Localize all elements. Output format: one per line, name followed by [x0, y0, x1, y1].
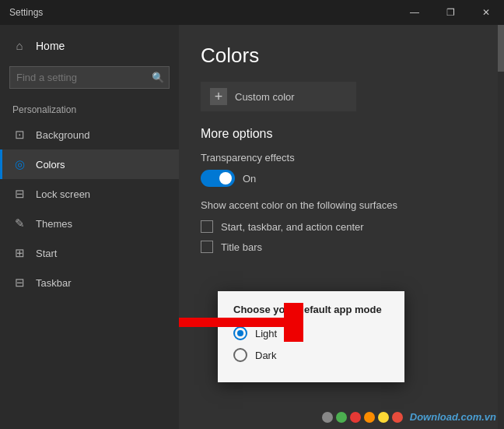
sidebar-item-label: Themes: [36, 218, 72, 230]
color-dots: [322, 412, 403, 423]
window-title: Settings: [9, 7, 43, 18]
custom-color-label: Custom color: [235, 91, 295, 103]
colors-icon: ◎: [12, 157, 26, 171]
surfaces-setting: Show accent color on the following surfa…: [201, 199, 482, 253]
radio-light[interactable]: Light: [233, 326, 389, 340]
sidebar-item-lockscreen[interactable]: ⊟ Lock screen: [0, 179, 179, 209]
color-dot-2: [336, 412, 347, 423]
home-icon: ⌂: [12, 39, 26, 52]
transparency-label: Transparency effects: [201, 152, 482, 164]
section-label: Personalization: [0, 95, 179, 120]
toggle-thumb: [219, 172, 232, 185]
radio-light-label: Light: [255, 328, 277, 339]
transparency-value: On: [243, 173, 256, 185]
page-title: Colors: [201, 44, 482, 68]
sidebar-item-themes[interactable]: ✎ Themes: [0, 209, 179, 238]
taskbar-checkbox[interactable]: [201, 220, 213, 233]
sidebar-item-label: Taskbar: [36, 277, 72, 289]
radio-dark-button[interactable]: [233, 348, 247, 362]
minimize-button[interactable]: —: [397, 0, 432, 25]
sidebar-item-label: Lock screen: [36, 188, 90, 200]
checkbox-row-taskbar: Start, taskbar, and action center: [201, 220, 482, 233]
transparency-setting: Transparency effects On: [201, 152, 482, 187]
window-controls: — ❐ ✕: [397, 0, 504, 25]
sidebar-item-taskbar[interactable]: ⊟ Taskbar: [0, 268, 179, 297]
settings-window: Settings — ❐ ✕ ⌂ Home 🔍 Personalization …: [0, 0, 504, 429]
close-button[interactable]: ✕: [468, 0, 504, 25]
main-layout: ⌂ Home 🔍 Personalization ⊡ Background ◎ …: [0, 25, 504, 429]
app-mode-popup: Choose your default app mode Light Dark: [218, 291, 404, 382]
sidebar-item-label: Start: [36, 248, 57, 259]
radio-light-indicator: [237, 330, 243, 336]
color-dot-4: [364, 412, 375, 423]
scrollbar[interactable]: [498, 25, 504, 429]
search-icon: 🔍: [152, 72, 164, 83]
search-box[interactable]: 🔍: [9, 66, 170, 89]
radio-dark[interactable]: Dark: [233, 348, 389, 362]
sidebar-item-home[interactable]: ⌂ Home: [0, 31, 179, 60]
titlebars-checkbox-label: Title bars: [221, 241, 262, 253]
color-dot-6: [392, 412, 403, 423]
sidebar-item-label: Background: [36, 129, 89, 141]
sidebar: ⌂ Home 🔍 Personalization ⊡ Background ◎ …: [0, 25, 179, 429]
content-area: Colors + Custom color More options Trans…: [179, 25, 504, 429]
watermark: Download.com.vn: [410, 411, 496, 423]
taskbar-checkbox-label: Start, taskbar, and action center: [221, 221, 364, 233]
themes-icon: ✎: [12, 216, 26, 230]
color-dot-1: [322, 412, 333, 423]
surfaces-label: Show accent color on the following surfa…: [201, 199, 482, 211]
start-icon: ⊞: [12, 246, 26, 260]
more-options-title: More options: [201, 127, 482, 141]
radio-light-button[interactable]: [233, 326, 247, 340]
sidebar-item-colors[interactable]: ◎ Colors: [0, 149, 179, 179]
home-label: Home: [36, 40, 65, 52]
taskbar-icon: ⊟: [12, 276, 26, 290]
radio-dark-label: Dark: [255, 350, 276, 361]
color-dot-5: [378, 412, 389, 423]
sidebar-item-start[interactable]: ⊞ Start: [0, 238, 179, 268]
background-icon: ⊡: [12, 128, 26, 142]
titlebars-checkbox[interactable]: [201, 241, 213, 253]
search-input[interactable]: [16, 72, 147, 83]
scrollbar-thumb[interactable]: [498, 25, 504, 72]
plus-icon: +: [210, 88, 227, 105]
checkbox-row-titlebars: Title bars: [201, 241, 482, 253]
custom-color-button[interactable]: + Custom color: [201, 82, 356, 111]
titlebar: Settings — ❐ ✕: [0, 0, 504, 25]
color-dot-3: [350, 412, 361, 423]
popup-title: Choose your default app mode: [233, 304, 389, 315]
lockscreen-icon: ⊟: [12, 187, 26, 201]
maximize-button[interactable]: ❐: [432, 0, 468, 25]
transparency-toggle[interactable]: [201, 170, 235, 187]
sidebar-item-label: Colors: [36, 159, 65, 171]
transparency-toggle-row: On: [201, 170, 482, 187]
sidebar-item-background[interactable]: ⊡ Background: [0, 120, 179, 149]
